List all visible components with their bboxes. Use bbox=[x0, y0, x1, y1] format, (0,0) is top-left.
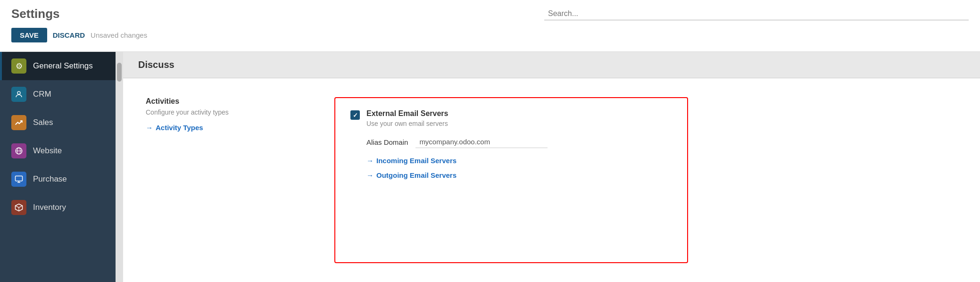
server-header: External Email Servers Use your own emai… bbox=[350, 109, 672, 127]
general-icon: ⚙ bbox=[11, 58, 26, 74]
discard-button[interactable]: DISCARD bbox=[53, 31, 85, 39]
crm-icon bbox=[11, 87, 26, 102]
activities-block: Activities Configure your activity types… bbox=[146, 97, 297, 263]
content-area: Discuss Activities Configure your activi… bbox=[123, 52, 980, 282]
incoming-email-servers-link[interactable]: → Incoming Email Servers bbox=[366, 157, 672, 165]
sidebar-item-website[interactable]: Website bbox=[0, 137, 116, 165]
svg-point-1 bbox=[18, 92, 20, 94]
section-header: Discuss bbox=[123, 52, 980, 78]
alias-label: Alias Domain bbox=[366, 138, 408, 146]
sidebar: ⚙ General Settings CRM Sales Website P bbox=[0, 52, 116, 282]
action-row: SAVE DISCARD Unsaved changes bbox=[11, 24, 969, 47]
activities-title: Activities bbox=[146, 97, 297, 106]
main-area: ⚙ General Settings CRM Sales Website P bbox=[0, 52, 980, 282]
email-servers-block: External Email Servers Use your own emai… bbox=[334, 97, 688, 263]
sidebar-label-website: Website bbox=[33, 146, 62, 156]
top-bar: Settings SAVE DISCARD Unsaved changes bbox=[0, 0, 980, 52]
sidebar-item-general[interactable]: ⚙ General Settings bbox=[0, 52, 116, 80]
search-input[interactable] bbox=[544, 8, 969, 20]
sidebar-label-inventory: Inventory bbox=[33, 203, 66, 212]
server-info: External Email Servers Use your own emai… bbox=[366, 109, 448, 127]
sidebar-label-crm: CRM bbox=[33, 90, 51, 99]
alias-row: Alias Domain bbox=[366, 136, 672, 148]
settings-content: Activities Configure your activity types… bbox=[123, 78, 980, 282]
search-container bbox=[544, 8, 969, 20]
arrow-icon: → bbox=[146, 124, 153, 132]
scroll-thumb[interactable] bbox=[117, 63, 122, 82]
alias-domain-input[interactable] bbox=[415, 136, 548, 148]
sidebar-item-purchase[interactable]: Purchase bbox=[0, 165, 116, 193]
activity-types-link[interactable]: → Activity Types bbox=[146, 124, 297, 132]
sales-icon bbox=[11, 115, 26, 130]
sidebar-label-sales: Sales bbox=[33, 118, 53, 127]
email-servers-description: Use your own email servers bbox=[366, 120, 448, 127]
page-title: Settings bbox=[11, 7, 60, 21]
scroll-indicator[interactable] bbox=[116, 52, 123, 282]
outgoing-arrow-icon: → bbox=[366, 171, 374, 179]
outgoing-email-servers-link[interactable]: → Outgoing Email Servers bbox=[366, 171, 672, 179]
website-icon bbox=[11, 143, 26, 158]
save-button[interactable]: SAVE bbox=[11, 28, 47, 42]
unsaved-label: Unsaved changes bbox=[91, 31, 147, 39]
sidebar-label-general: General Settings bbox=[33, 61, 93, 71]
server-links: → Incoming Email Servers → Outgoing Emai… bbox=[366, 157, 672, 179]
sidebar-item-sales[interactable]: Sales bbox=[0, 108, 116, 137]
incoming-arrow-icon: → bbox=[366, 157, 374, 165]
purchase-icon bbox=[11, 172, 26, 187]
activities-description: Configure your activity types bbox=[146, 108, 297, 116]
sidebar-item-crm[interactable]: CRM bbox=[0, 80, 116, 108]
sidebar-item-inventory[interactable]: Inventory bbox=[0, 193, 116, 222]
email-servers-title: External Email Servers bbox=[366, 109, 448, 118]
inventory-icon bbox=[11, 200, 26, 215]
svg-rect-5 bbox=[16, 176, 23, 181]
external-email-servers-checkbox[interactable] bbox=[350, 110, 360, 120]
sidebar-label-purchase: Purchase bbox=[33, 174, 67, 184]
